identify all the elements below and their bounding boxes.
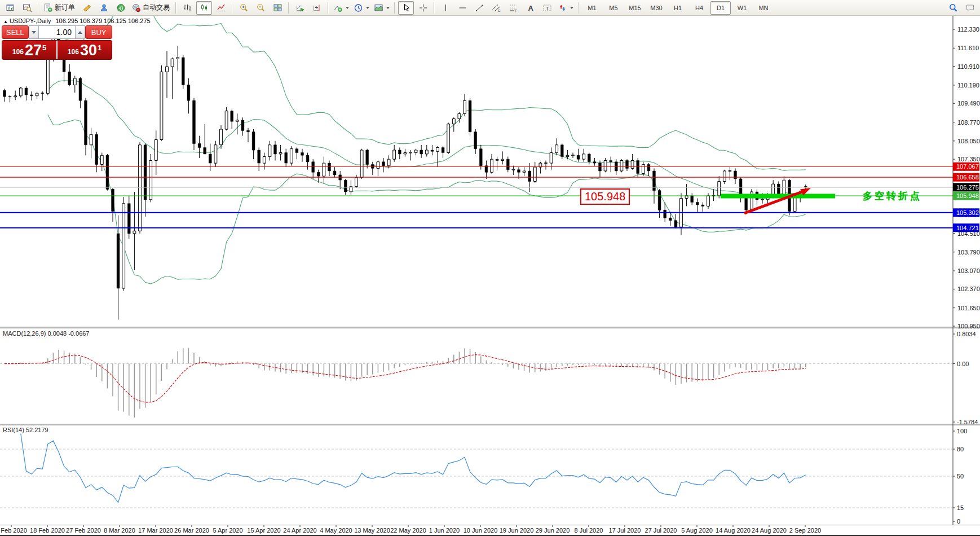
svg-text:A: A <box>528 4 533 12</box>
svg-text:15 Apr 2020: 15 Apr 2020 <box>247 527 280 534</box>
label-button[interactable]: T <box>539 1 555 15</box>
support-highlight-bar[interactable] <box>721 194 835 199</box>
toolbar-separator <box>394 2 395 14</box>
timeframe-m5-button[interactable]: M5 <box>603 1 624 15</box>
new-order-button[interactable]: 新订单 <box>42 1 78 15</box>
macd-indicator-label: MACD(12,26,9) 0.0048 -0.0667 <box>3 330 89 337</box>
svg-text:-1.5784: -1.5784 <box>957 419 978 425</box>
chevron-down-icon <box>366 7 369 9</box>
horizontal-line-button[interactable] <box>454 1 470 15</box>
signals-icon <box>116 3 126 12</box>
svg-text:24 Aug 2020: 24 Aug 2020 <box>752 527 787 534</box>
candlestick-chart-button[interactable] <box>196 1 212 15</box>
timeframe-m1-button[interactable]: M1 <box>582 1 602 15</box>
auto-scroll-button[interactable] <box>292 1 308 15</box>
turning-point-annotation[interactable]: 多空转折点 <box>863 190 922 203</box>
timeframe-d1-button[interactable]: D1 <box>710 1 731 15</box>
arrows-icon <box>558 3 567 12</box>
sell-price[interactable]: 106 27 5 <box>2 41 56 59</box>
svg-text:29 Jun 2020: 29 Jun 2020 <box>536 527 570 534</box>
community-button[interactable] <box>96 1 112 15</box>
new-chart-icon <box>6 3 15 12</box>
svg-text:100.950: 100.950 <box>957 323 980 329</box>
crosshair-button[interactable] <box>415 1 431 15</box>
volume-input[interactable] <box>39 25 75 39</box>
timeframe-w1-button[interactable]: W1 <box>732 1 752 15</box>
text-icon: A <box>526 3 535 12</box>
auto-trading-button[interactable]: 自动交易 <box>130 1 173 15</box>
auto-scroll-icon <box>295 3 305 12</box>
chat-button[interactable] <box>962 1 978 15</box>
svg-text:0: 0 <box>957 518 960 525</box>
svg-text:17 Mar 2020: 17 Mar 2020 <box>138 527 173 534</box>
fibonacci-icon: F <box>509 3 518 12</box>
svg-text:27 Feb 2020: 27 Feb 2020 <box>66 527 101 534</box>
tile-windows-button[interactable] <box>270 1 285 15</box>
auto-trading-button-label: 自动交易 <box>143 3 171 12</box>
periods-button[interactable] <box>352 1 371 15</box>
market-icon <box>82 3 92 12</box>
trendline-button[interactable] <box>471 1 487 15</box>
svg-text:103.790: 103.790 <box>957 249 980 256</box>
svg-text:5 Aug 2020: 5 Aug 2020 <box>681 527 713 534</box>
toolbar-separator <box>434 2 435 14</box>
search-button[interactable] <box>945 1 961 15</box>
svg-text:9 Feb 2020: 9 Feb 2020 <box>0 527 27 534</box>
svg-text:4 May 2020: 4 May 2020 <box>320 527 352 534</box>
buy-pips: 30 <box>80 43 97 58</box>
cursor-button[interactable] <box>398 1 414 15</box>
zoom-in-button[interactable] <box>236 1 251 15</box>
svg-text:108.770: 108.770 <box>957 119 980 126</box>
svg-text:104.721: 104.721 <box>956 225 979 231</box>
buy-price[interactable]: 106 30 1 <box>58 41 112 59</box>
sell-button[interactable]: SELL <box>2 25 29 39</box>
svg-text:F: F <box>515 8 517 12</box>
svg-text:27 Jul 2020: 27 Jul 2020 <box>645 527 677 534</box>
timeframe-h4-button[interactable]: H4 <box>689 1 709 15</box>
new-chart-button[interactable] <box>2 1 18 15</box>
svg-text:109.490: 109.490 <box>957 100 980 107</box>
chevron-down-icon <box>32 31 36 34</box>
toolbar-separator <box>578 2 579 14</box>
zoom-in-icon <box>239 3 249 12</box>
channel-button[interactable]: E <box>488 1 504 15</box>
svg-text:110.190: 110.190 <box>957 82 979 89</box>
profiles-button[interactable] <box>19 1 35 15</box>
svg-text:105.302: 105.302 <box>956 209 979 216</box>
price-level-annotation[interactable]: 105.948 <box>580 188 630 205</box>
text-button[interactable]: A <box>522 1 538 15</box>
timeframe-mn-button[interactable]: MN <box>753 1 774 15</box>
signals-button[interactable] <box>113 1 129 15</box>
timeframe-h1-button[interactable]: H1 <box>668 1 688 15</box>
buy-button[interactable]: BUY <box>85 25 112 39</box>
svg-text:13 May 2020: 13 May 2020 <box>354 527 390 534</box>
line-chart-button[interactable] <box>213 1 229 15</box>
svg-text:107.350: 107.350 <box>957 156 980 162</box>
svg-text:22 May 2020: 22 May 2020 <box>390 527 426 534</box>
zoom-out-button[interactable] <box>253 1 268 15</box>
vertical-line-button[interactable] <box>438 1 453 15</box>
svg-text:14 Aug 2020: 14 Aug 2020 <box>716 527 751 534</box>
svg-text:8 Jul 2020: 8 Jul 2020 <box>575 527 603 534</box>
volume-decrease-button[interactable] <box>29 25 39 39</box>
svg-text:106.275: 106.275 <box>956 184 979 191</box>
svg-text:24 Apr 2020: 24 Apr 2020 <box>283 527 316 534</box>
chart-shift-button[interactable] <box>309 1 325 15</box>
timeframe-m15-button[interactable]: M15 <box>625 1 645 15</box>
svg-text:110.910: 110.910 <box>957 63 979 70</box>
symbol-direction-icon: ▲ <box>3 19 8 24</box>
indicators-button[interactable] <box>332 1 351 15</box>
arrows-button[interactable] <box>556 1 575 15</box>
fibonacci-button[interactable]: F <box>505 1 521 15</box>
volume-increase-button[interactable] <box>75 25 85 39</box>
templates-button[interactable] <box>372 1 391 15</box>
chart-canvas[interactable]: 112.330111.610110.910110.190109.490108.7… <box>0 0 980 536</box>
toolbar-separator <box>38 2 39 14</box>
horizontal-line-icon <box>458 3 467 12</box>
timeframe-m30-button[interactable]: M30 <box>646 1 666 15</box>
svg-text:26 Mar 2020: 26 Mar 2020 <box>174 527 209 534</box>
bar-chart-button[interactable] <box>179 1 195 15</box>
market-button[interactable] <box>79 1 95 15</box>
sell-pips: 27 <box>25 43 42 58</box>
crosshair-icon <box>418 3 428 12</box>
